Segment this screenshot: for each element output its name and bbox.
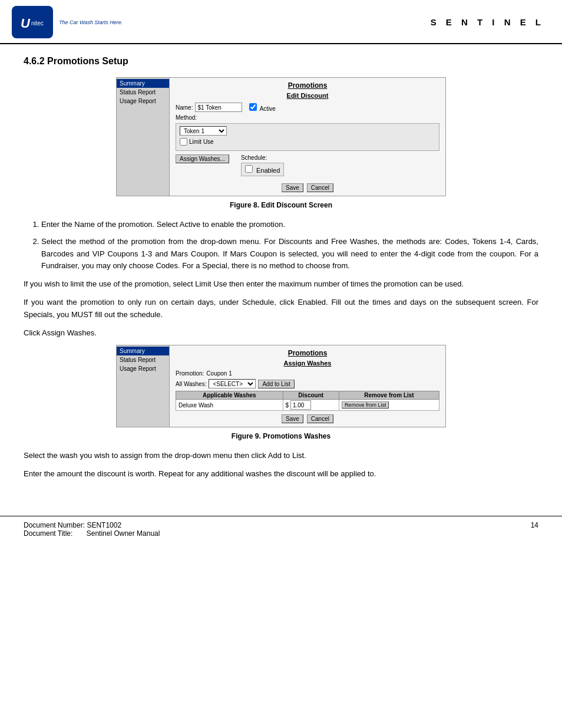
- footer-left: Document Number: SENT1002 Document Title…: [24, 521, 160, 538]
- page-number: 14: [531, 521, 538, 538]
- list-item-1: Enter the Name of the promotion. Select …: [41, 219, 538, 231]
- cancel-button-2[interactable]: Cancel: [307, 414, 333, 423]
- logo-box: U nitec: [12, 6, 53, 38]
- figure1-caption: Figure 8. Edit Discount Screen: [24, 201, 538, 209]
- mockup-title-1: Promotions: [176, 81, 439, 90]
- section-heading: 4.6.2 Promotions Setup: [24, 56, 538, 67]
- numbered-list: Enter the Name of the promotion. Select …: [41, 219, 538, 272]
- sidebar-item-status-1[interactable]: Status Report: [117, 88, 169, 97]
- table-row: Deluxe Wash $ Remove from List: [176, 400, 439, 411]
- wash-name-cell: Deluxe Wash: [176, 400, 283, 411]
- sidebar-item-status-2[interactable]: Status Report: [117, 355, 169, 364]
- mockup-subtitle-2: Assign Washes: [176, 360, 439, 367]
- promotion-row: Promotion: Coupon 1: [176, 370, 439, 377]
- method-box: Token 1 Limit Use: [176, 123, 439, 151]
- active-checkbox[interactable]: [249, 103, 257, 111]
- name-input[interactable]: [195, 103, 242, 112]
- mockup-subtitle-1: Edit Discount: [176, 92, 439, 99]
- body-para4: Click Assign Washes.: [24, 327, 538, 340]
- figure1-mockup: Summary Status Report Usage Report Promo…: [116, 77, 446, 196]
- doc-number-line: Document Number: SENT1002: [24, 521, 160, 529]
- method-row: Method:: [176, 114, 439, 121]
- discount-input[interactable]: [290, 400, 311, 410]
- col-discount: Discount: [283, 391, 339, 400]
- sidebar-item-usage-2[interactable]: Usage Report: [117, 364, 169, 373]
- mockup-main-1: Promotions Edit Discount Name: Active Me…: [170, 78, 445, 196]
- body-para-fig2-2: Enter the amount the discount is worth. …: [24, 468, 538, 480]
- col-applicable-washes: Applicable Washes: [176, 391, 283, 400]
- schedule-column: Schedule: Enabled: [241, 154, 284, 180]
- mockup-sidebar-2: Summary Status Report Usage Report: [117, 345, 170, 427]
- wash-select[interactable]: <SELECT>: [209, 379, 256, 388]
- enabled-label: Enabled: [256, 167, 280, 174]
- footer-buttons-1: Save Cancel: [176, 183, 439, 192]
- sidebar-item-usage-1[interactable]: Usage Report: [117, 97, 169, 106]
- token-select[interactable]: Token 1: [180, 126, 227, 136]
- page-footer: Document Number: SENT1002 Document Title…: [0, 516, 562, 542]
- token-select-row: Token 1: [180, 126, 435, 136]
- logo-tagline: The Car Wash Starts Here.: [59, 19, 123, 25]
- name-row: Name: Active: [176, 103, 439, 112]
- enabled-checkbox[interactable]: [245, 165, 253, 173]
- mockup-sidebar-1: Summary Status Report Usage Report: [117, 78, 170, 196]
- remove-cell: Remove from List: [339, 400, 439, 411]
- active-label: Active: [260, 106, 276, 112]
- svg-text:nitec: nitec: [31, 20, 44, 27]
- main-content: 4.6.2 Promotions Setup Summary Status Re…: [0, 44, 562, 498]
- logo-area: U nitec The Car Wash Starts Here.: [12, 6, 123, 38]
- sidebar-item-summary-2[interactable]: Summary: [117, 347, 169, 355]
- doc-title-label: Document Title:: [24, 529, 72, 538]
- promotion-value: Coupon 1: [206, 370, 232, 377]
- mockup-main-2: Promotions Assign Washes Promotion: Coup…: [170, 345, 445, 427]
- doc-number-label: Document Number:: [24, 521, 85, 529]
- active-checkbox-area: Active: [249, 103, 275, 112]
- name-label: Name:: [176, 104, 193, 111]
- method-label: Method:: [176, 114, 197, 121]
- figure2-caption: Figure 9. Promotions Washes: [24, 432, 538, 440]
- all-washes-label: All Washes:: [176, 381, 206, 387]
- discount-symbol: $: [286, 402, 289, 409]
- schedule-area: Assign Washes... Schedule: Enabled: [176, 154, 439, 180]
- body-para3: If you want the promotion to only run on…: [24, 297, 538, 321]
- all-washes-row: All Washes: <SELECT> Add to List: [176, 379, 439, 388]
- col-remove: Remove from List: [339, 391, 439, 400]
- doc-number-value: SENT1002: [87, 521, 121, 529]
- doc-title-value: Sentinel Owner Manual: [87, 529, 160, 538]
- schedule-label: Schedule:: [241, 154, 284, 161]
- remove-from-list-button[interactable]: Remove from List: [342, 401, 389, 409]
- page-header: U nitec The Car Wash Starts Here. S E N …: [0, 0, 562, 44]
- figure2-mockup: Summary Status Report Usage Report Promo…: [116, 345, 446, 427]
- unitec-logo-svg: U nitec: [15, 9, 50, 35]
- enabled-box: Enabled: [241, 163, 284, 176]
- doc-title-line: Document Title: Sentinel Owner Manual: [24, 529, 160, 538]
- promotion-label: Promotion:: [176, 370, 204, 377]
- save-button-1[interactable]: Save: [282, 183, 303, 192]
- mockup-title-2: Promotions: [176, 349, 439, 357]
- list-item-2: Select the method of the promotion from …: [41, 236, 538, 272]
- limit-use-row: Limit Use: [180, 138, 435, 146]
- footer-buttons-2: Save Cancel: [176, 414, 439, 423]
- body-para-fig2-1: Select the wash you wish to assign from …: [24, 450, 538, 462]
- cancel-button-1[interactable]: Cancel: [307, 183, 333, 192]
- sidebar-item-summary-1[interactable]: Summary: [117, 79, 169, 88]
- limit-use-checkbox[interactable]: [180, 138, 187, 146]
- brand-title: S E N T I N E L: [431, 17, 544, 27]
- svg-text:U: U: [21, 16, 31, 31]
- discount-cell: $: [283, 400, 339, 411]
- add-to-list-button[interactable]: Add to List: [258, 380, 294, 388]
- limit-use-label: Limit Use: [189, 139, 214, 145]
- assign-washes-button[interactable]: Assign Washes...: [176, 154, 229, 163]
- save-button-2[interactable]: Save: [282, 414, 303, 423]
- washes-table: Applicable Washes Discount Remove from L…: [176, 391, 439, 411]
- body-para2: If you wish to limit the use of the prom…: [24, 278, 538, 291]
